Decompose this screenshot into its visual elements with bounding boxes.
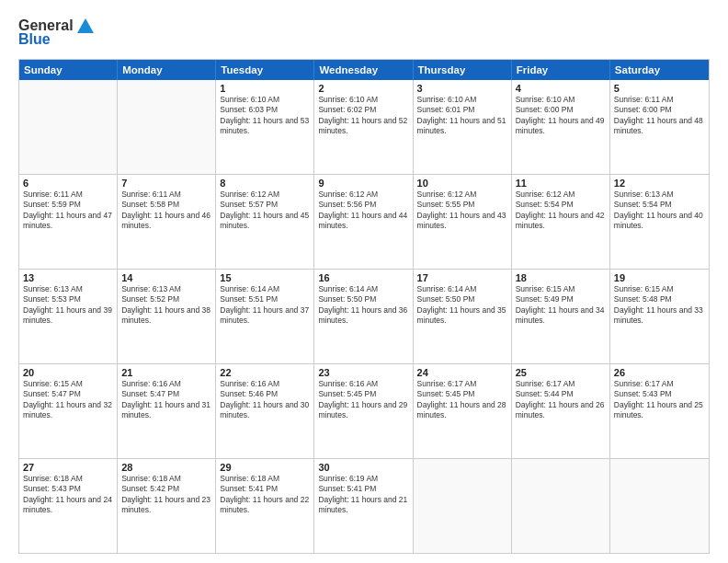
week-row-2: 6Sunrise: 6:11 AMSunset: 5:59 PMDaylight… (19, 174, 709, 269)
cell-info: Sunrise: 6:15 AMSunset: 5:49 PMDaylight:… (516, 284, 606, 327)
cell-info: Sunrise: 6:14 AMSunset: 5:51 PMDaylight:… (220, 284, 310, 327)
logo-icon (75, 17, 96, 35)
day-number: 1 (220, 83, 310, 94)
day-number: 18 (516, 272, 606, 283)
cal-cell: 1Sunrise: 6:10 AMSunset: 6:03 PMDaylight… (216, 80, 314, 174)
cal-cell: 20Sunrise: 6:15 AMSunset: 5:47 PMDayligh… (19, 364, 118, 458)
week-row-4: 20Sunrise: 6:15 AMSunset: 5:47 PMDayligh… (19, 363, 709, 458)
logo-blue-text: Blue (18, 31, 51, 48)
cell-info: Sunrise: 6:17 AMSunset: 5:44 PMDaylight:… (516, 379, 606, 421)
day-number: 23 (318, 367, 408, 378)
cal-cell: 30Sunrise: 6:19 AMSunset: 5:41 PMDayligh… (314, 459, 413, 553)
cell-info: Sunrise: 6:12 AMSunset: 5:57 PMDaylight:… (220, 190, 310, 232)
day-number: 30 (318, 462, 408, 473)
cal-cell: 17Sunrise: 6:14 AMSunset: 5:50 PMDayligh… (414, 270, 512, 363)
day-number: 15 (220, 272, 310, 283)
day-number: 27 (23, 462, 113, 473)
day-number: 5 (614, 83, 705, 94)
cal-cell: 22Sunrise: 6:16 AMSunset: 5:46 PMDayligh… (216, 364, 314, 458)
day-number: 6 (23, 178, 113, 189)
cal-cell: 23Sunrise: 6:16 AMSunset: 5:45 PMDayligh… (314, 364, 413, 458)
cell-info: Sunrise: 6:18 AMSunset: 5:43 PMDaylight:… (23, 474, 113, 516)
day-number: 24 (417, 367, 507, 378)
cal-cell: 4Sunrise: 6:10 AMSunset: 6:00 PMDaylight… (512, 80, 610, 174)
cell-info: Sunrise: 6:10 AMSunset: 6:03 PMDaylight:… (220, 95, 310, 137)
day-number: 21 (121, 367, 211, 378)
header-day-sunday: Sunday (19, 60, 118, 80)
cal-cell (512, 459, 610, 553)
cell-info: Sunrise: 6:19 AMSunset: 5:41 PMDaylight:… (318, 474, 408, 516)
week-row-1: 1Sunrise: 6:10 AMSunset: 6:03 PMDaylight… (19, 80, 709, 174)
cal-cell: 13Sunrise: 6:13 AMSunset: 5:53 PMDayligh… (19, 270, 118, 363)
header-day-thursday: Thursday (414, 60, 512, 80)
day-number: 3 (417, 83, 507, 94)
header-day-monday: Monday (118, 60, 216, 80)
cal-cell: 3Sunrise: 6:10 AMSunset: 6:01 PMDaylight… (414, 80, 512, 174)
day-number: 22 (220, 367, 310, 378)
day-number: 11 (516, 178, 606, 189)
logo: General Blue (18, 17, 96, 48)
cell-info: Sunrise: 6:11 AMSunset: 5:58 PMDaylight:… (121, 190, 211, 232)
day-number: 19 (614, 272, 705, 283)
cell-info: Sunrise: 6:11 AMSunset: 6:00 PMDaylight:… (614, 95, 705, 137)
cell-info: Sunrise: 6:11 AMSunset: 5:59 PMDaylight:… (23, 190, 113, 232)
day-number: 28 (121, 462, 211, 473)
day-number: 16 (318, 272, 408, 283)
calendar-header: SundayMondayTuesdayWednesdayThursdayFrid… (19, 60, 709, 80)
cell-info: Sunrise: 6:12 AMSunset: 5:55 PMDaylight:… (417, 190, 507, 232)
cal-cell: 5Sunrise: 6:11 AMSunset: 6:00 PMDaylight… (610, 80, 709, 174)
day-number: 25 (516, 367, 606, 378)
cell-info: Sunrise: 6:10 AMSunset: 6:00 PMDaylight:… (516, 95, 606, 137)
cell-info: Sunrise: 6:17 AMSunset: 5:45 PMDaylight:… (417, 379, 507, 421)
header-day-tuesday: Tuesday (216, 60, 314, 80)
day-number: 14 (121, 272, 211, 283)
day-number: 20 (23, 367, 113, 378)
day-number: 17 (417, 272, 507, 283)
cal-cell: 27Sunrise: 6:18 AMSunset: 5:43 PMDayligh… (19, 459, 118, 553)
calendar-body: 1Sunrise: 6:10 AMSunset: 6:03 PMDaylight… (19, 80, 709, 553)
cal-cell: 21Sunrise: 6:16 AMSunset: 5:47 PMDayligh… (118, 364, 216, 458)
cell-info: Sunrise: 6:13 AMSunset: 5:54 PMDaylight:… (614, 190, 705, 232)
cal-cell: 18Sunrise: 6:15 AMSunset: 5:49 PMDayligh… (512, 270, 610, 363)
svg-marker-0 (77, 18, 94, 33)
header-day-saturday: Saturday (610, 60, 709, 80)
cal-cell: 8Sunrise: 6:12 AMSunset: 5:57 PMDaylight… (216, 175, 314, 269)
cal-cell: 26Sunrise: 6:17 AMSunset: 5:43 PMDayligh… (610, 364, 709, 458)
cal-cell: 19Sunrise: 6:15 AMSunset: 5:48 PMDayligh… (610, 270, 709, 363)
cal-cell: 28Sunrise: 6:18 AMSunset: 5:42 PMDayligh… (118, 459, 216, 553)
day-number: 12 (614, 178, 705, 189)
cell-info: Sunrise: 6:13 AMSunset: 5:52 PMDaylight:… (121, 284, 211, 327)
cal-cell (610, 459, 709, 553)
header-day-friday: Friday (512, 60, 610, 80)
cal-cell: 16Sunrise: 6:14 AMSunset: 5:50 PMDayligh… (314, 270, 413, 363)
page: General Blue SundayMondayTuesdayWednesda… (0, 0, 728, 563)
cell-info: Sunrise: 6:18 AMSunset: 5:42 PMDaylight:… (121, 474, 211, 516)
cell-info: Sunrise: 6:12 AMSunset: 5:56 PMDaylight:… (318, 190, 408, 232)
calendar: SundayMondayTuesdayWednesdayThursdayFrid… (18, 59, 710, 554)
cal-cell: 25Sunrise: 6:17 AMSunset: 5:44 PMDayligh… (512, 364, 610, 458)
cal-cell: 14Sunrise: 6:13 AMSunset: 5:52 PMDayligh… (118, 270, 216, 363)
cal-cell: 29Sunrise: 6:18 AMSunset: 5:41 PMDayligh… (216, 459, 314, 553)
cell-info: Sunrise: 6:14 AMSunset: 5:50 PMDaylight:… (318, 284, 408, 327)
cal-cell: 11Sunrise: 6:12 AMSunset: 5:54 PMDayligh… (512, 175, 610, 269)
cell-info: Sunrise: 6:17 AMSunset: 5:43 PMDaylight:… (614, 379, 705, 421)
cell-info: Sunrise: 6:14 AMSunset: 5:50 PMDaylight:… (417, 284, 507, 327)
cal-cell: 15Sunrise: 6:14 AMSunset: 5:51 PMDayligh… (216, 270, 314, 363)
cal-cell (414, 459, 512, 553)
cell-info: Sunrise: 6:15 AMSunset: 5:47 PMDaylight:… (23, 379, 113, 421)
cal-cell: 6Sunrise: 6:11 AMSunset: 5:59 PMDaylight… (19, 175, 118, 269)
day-number: 7 (121, 178, 211, 189)
week-row-5: 27Sunrise: 6:18 AMSunset: 5:43 PMDayligh… (19, 458, 709, 553)
day-number: 10 (417, 178, 507, 189)
day-number: 26 (614, 367, 705, 378)
cell-info: Sunrise: 6:13 AMSunset: 5:53 PMDaylight:… (23, 284, 113, 327)
cal-cell: 7Sunrise: 6:11 AMSunset: 5:58 PMDaylight… (118, 175, 216, 269)
cell-info: Sunrise: 6:15 AMSunset: 5:48 PMDaylight:… (614, 284, 705, 327)
header: General Blue (18, 17, 710, 48)
header-day-wednesday: Wednesday (314, 60, 413, 80)
cal-cell: 2Sunrise: 6:10 AMSunset: 6:02 PMDaylight… (314, 80, 413, 174)
cal-cell: 10Sunrise: 6:12 AMSunset: 5:55 PMDayligh… (414, 175, 512, 269)
cell-info: Sunrise: 6:10 AMSunset: 6:02 PMDaylight:… (318, 95, 408, 137)
cell-info: Sunrise: 6:18 AMSunset: 5:41 PMDaylight:… (220, 474, 310, 516)
cell-info: Sunrise: 6:16 AMSunset: 5:45 PMDaylight:… (318, 379, 408, 421)
